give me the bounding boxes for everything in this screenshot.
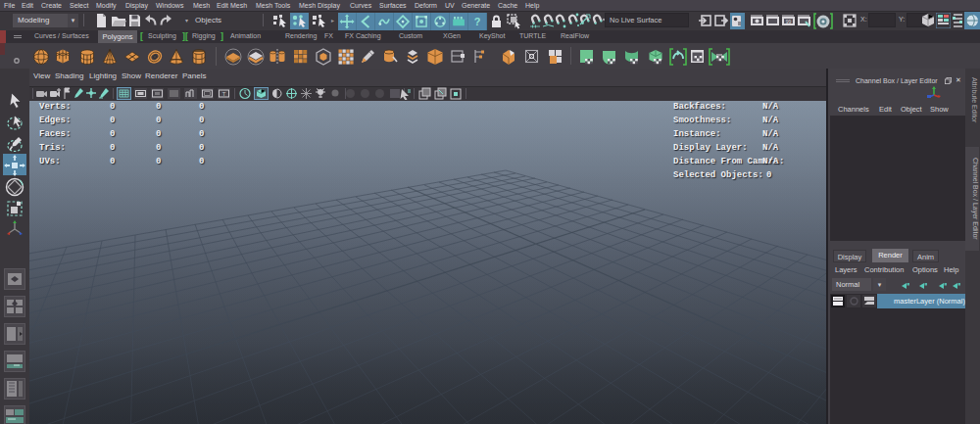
- svg-text:T: T: [222, 91, 226, 97]
- svg-text:99: 99: [786, 19, 792, 24]
- svg-text:?: ?: [474, 16, 481, 27]
